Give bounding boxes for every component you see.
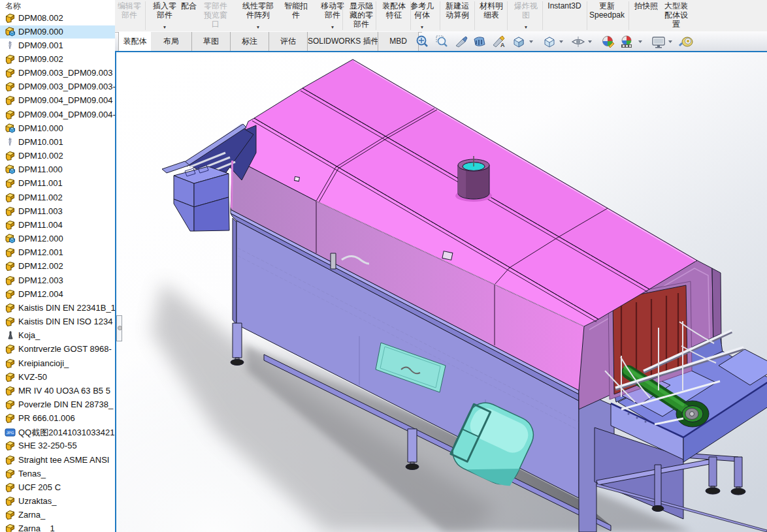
svg-text:JPG: JPG [7, 431, 14, 435]
svg-text:A: A [500, 42, 505, 48]
